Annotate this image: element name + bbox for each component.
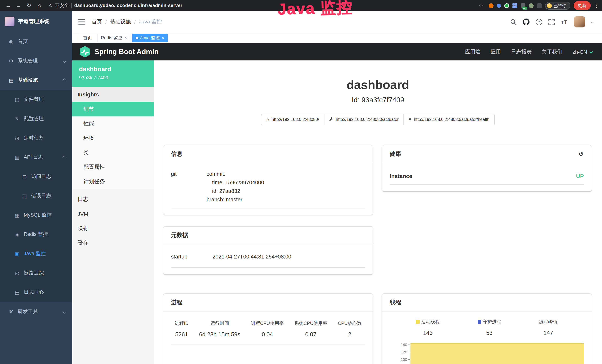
legend-swatch-blue	[477, 320, 481, 324]
sba-side-mappings[interactable]: 映射	[72, 221, 154, 236]
search-icon[interactable]	[510, 19, 516, 25]
warning-icon: ⚠	[48, 3, 52, 8]
help-icon[interactable]: ?	[536, 19, 542, 25]
file-icon: ▢	[14, 96, 20, 102]
sidebar-item-label: 配置管理	[24, 115, 44, 122]
chevron-down-icon	[589, 50, 593, 54]
sba-side-config-props[interactable]: 配置属性	[72, 160, 154, 174]
sidebar-item-home[interactable]: ◉ 首页	[0, 32, 72, 51]
threads-card-title: 线程	[390, 298, 401, 306]
tab-home[interactable]: 首页	[80, 33, 95, 42]
browser-back-button[interactable]: ←	[4, 0, 13, 11]
close-icon[interactable]: ×	[161, 36, 164, 40]
sba-side-jvm[interactable]: JVM	[72, 207, 154, 221]
process-metric: 系统CPU使用率 0.07	[294, 320, 327, 338]
sba-side-caches[interactable]: 缓存	[72, 236, 154, 250]
browser-menu-icon[interactable]: ⋮	[594, 0, 598, 11]
sba-sidebar: dashboard 93a3fc7f7409 Insights 细节 性能 环境…	[72, 60, 154, 364]
sidebar-item-mysql-monitor[interactable]: ▦ MySQL 监控	[0, 205, 72, 225]
sidebar-item-system-management[interactable]: ⚙ 系统管理	[0, 51, 72, 70]
sba-side-classes[interactable]: 类	[72, 145, 154, 160]
sba-nav-applications[interactable]: 应用	[491, 48, 501, 55]
chevron-up-icon	[63, 155, 66, 159]
sba-nav-wall[interactable]: 应用墙	[465, 48, 481, 55]
sba-side-performance[interactable]: 性能	[72, 117, 154, 131]
fullscreen-icon[interactable]	[548, 19, 555, 25]
extension-icon-blue-drop[interactable]	[497, 3, 501, 8]
extension-icon-orange[interactable]	[489, 3, 494, 8]
sba-brand[interactable]: Spring Boot Admin	[95, 48, 159, 56]
active-tab-dot	[136, 37, 138, 39]
profile-paused-chip[interactable]: 已暂停	[545, 2, 570, 10]
extension-icon-leaf[interactable]	[529, 3, 534, 8]
sidebar-item-dev-tools[interactable]: ⚒ 研发工具	[0, 302, 72, 321]
breadcrumb-infrastructure[interactable]: 基础设施	[110, 19, 131, 25]
instance-name: dashboard	[79, 66, 147, 73]
tools-icon: ⚒	[8, 309, 14, 314]
process-card: 进程 进程ID 5261 运行时间	[163, 294, 373, 364]
browser-reload-button[interactable]: ↻	[24, 0, 33, 11]
apps-grid-icon[interactable]	[512, 3, 517, 8]
sidebar-item-scheduled-tasks[interactable]: ◷ 定时任务	[0, 128, 72, 148]
process-metrics-row: 进程ID 5261 运行时间 6d 23h 15m 59s	[171, 318, 365, 345]
sba-nav-journal[interactable]: 日志报表	[511, 48, 532, 55]
sba-side-details[interactable]: 细节	[72, 102, 154, 117]
process-metric: 运行时间 6d 23h 15m 59s	[199, 320, 240, 338]
sba-language-select[interactable]: zh-CN	[572, 49, 592, 55]
sba-instance-header[interactable]: dashboard 93a3fc7f7409	[72, 60, 154, 87]
health-card-title: 健康	[390, 150, 401, 158]
history-icon[interactable]: ↺	[579, 150, 584, 158]
sidebar-item-api-logs[interactable]: ▧ API 日志	[0, 148, 72, 167]
sba-side-logs[interactable]: 日志	[72, 192, 154, 207]
address-bar[interactable]: ⚠ 不安全 dashboard.yudao.iocoder.cn/infra/a…	[48, 2, 183, 9]
sba-side-environment[interactable]: 环境	[72, 131, 154, 145]
browser-update-button[interactable]: 更新	[573, 1, 591, 10]
browser-home-button[interactable]: ⌂	[35, 0, 44, 11]
smiley-icon	[547, 3, 552, 8]
extension-icon-on[interactable]: on	[521, 3, 526, 8]
actuator-url-link[interactable]: http://192.168.0.2:48080/actuator	[324, 114, 404, 125]
browser-forward-button[interactable]: →	[14, 0, 23, 11]
app-logo[interactable]: 芋道管理系统	[0, 11, 72, 32]
breadcrumb-home[interactable]: 首页	[92, 19, 102, 25]
hamburger-icon[interactable]	[78, 19, 85, 25]
legend-peak-threads: 线程峰值 147	[539, 319, 558, 336]
extension-icon-puzzle[interactable]	[537, 3, 542, 8]
instance-url-link[interactable]: ⌂ http://192.168.0.2:48080/	[261, 114, 324, 125]
wrench-icon	[329, 117, 333, 122]
sidebar-item-trace[interactable]: ◎ 链路追踪	[0, 263, 72, 283]
sba-side-scheduled-tasks[interactable]: 计划任务	[72, 174, 154, 189]
chevron-down-icon	[63, 310, 66, 313]
sidebar-item-file-management[interactable]: ▢ 文件管理	[0, 90, 72, 109]
sidebar-item-label: Redis 监控	[24, 231, 48, 238]
close-icon[interactable]: ×	[124, 36, 127, 40]
sidebar-item-access-logs[interactable]: ▢ 访问日志	[0, 167, 72, 186]
instance-id: 93a3fc7f7409	[79, 75, 147, 80]
avatar-caret-icon[interactable]	[591, 21, 593, 23]
sba-nav-about[interactable]: 关于我们	[542, 48, 562, 55]
github-icon[interactable]	[523, 19, 529, 25]
sidebar-item-config-management[interactable]: ✎ 配置管理	[0, 109, 72, 128]
git-id-line: id: 27aa832	[206, 187, 264, 195]
sidebar-item-redis-monitor[interactable]: ◈ Redis 监控	[0, 225, 72, 244]
sidebar-item-label: 文件管理	[24, 96, 44, 103]
font-size-icon[interactable]: тT	[561, 19, 568, 25]
infrastructure-icon: ▤	[8, 77, 14, 83]
health-url-link[interactable]: ♥ http://192.168.0.2:48080/actuator/heal…	[403, 114, 495, 125]
sidebar-item-log-center[interactable]: ▤ 日志中心	[0, 283, 72, 302]
user-avatar[interactable]	[574, 16, 585, 27]
health-instance-row[interactable]: Instance UP	[390, 170, 584, 184]
sidebar-item-error-logs[interactable]: ▢ 错误日志	[0, 186, 72, 205]
legend-daemon-threads: 守护进程 53	[477, 319, 501, 336]
info-card: 信息 git commit: time: 1596289704000 id: 2	[163, 145, 373, 215]
tab-java-monitor[interactable]: Java 监控 ×	[132, 33, 167, 42]
spring-boot-admin-logo[interactable]	[80, 46, 90, 57]
sidebar-item-infrastructure[interactable]: ▤ 基础设施	[0, 70, 72, 90]
tab-redis-monitor[interactable]: Redis 监控 ×	[97, 33, 130, 42]
url-text[interactable]: dashboard.yudao.iocoder.cn/infra/admin-s…	[74, 3, 183, 8]
sidebar-item-java-monitor[interactable]: ▣ Java 监控	[0, 244, 72, 263]
extension-icon-green[interactable]	[504, 3, 509, 8]
heart-icon: ♥	[409, 117, 411, 122]
app-sidebar: 芋道管理系统 ◉ 首页 ⚙ 系统管理 ▤ 基础设施 ▢	[0, 11, 72, 364]
bookmark-star-icon[interactable]: ☆	[476, 0, 485, 11]
